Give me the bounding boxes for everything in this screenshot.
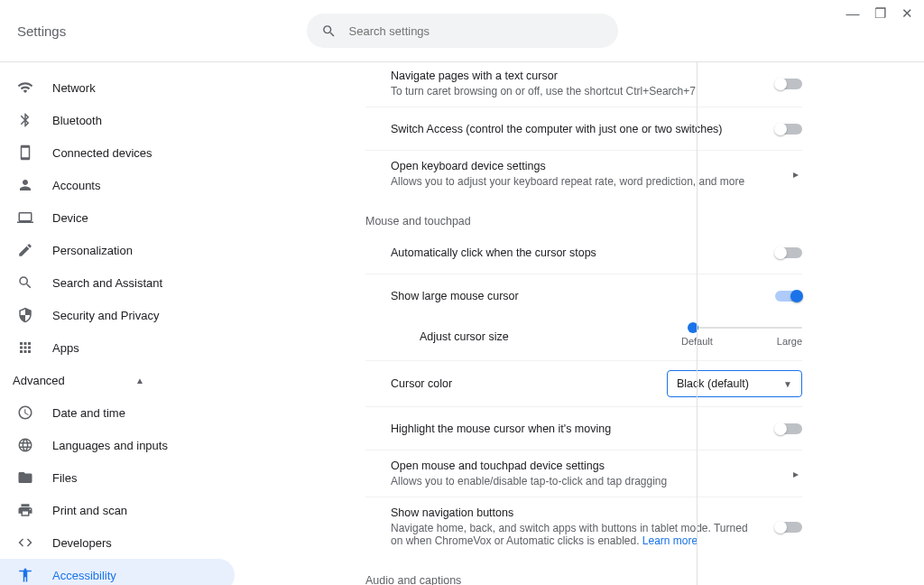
sidebar-item-label: Print and scan <box>52 504 127 517</box>
sidebar-item-print-scan[interactable]: Print and scan <box>0 494 235 526</box>
caret-browsing-toggle[interactable] <box>775 79 802 89</box>
sidebar-item-bluetooth[interactable]: Bluetooth <box>0 104 162 136</box>
setting-title: Automatically click when the cursor stop… <box>391 246 761 259</box>
sidebar-item-network[interactable]: Network <box>0 71 162 104</box>
sidebar-item-label: Network <box>52 81 96 95</box>
sidebar-item-accounts[interactable]: Accounts <box>0 169 162 201</box>
globe-icon <box>16 436 34 454</box>
window-close-button[interactable]: ✕ <box>899 5 915 22</box>
setting-title: Open mouse and touchpad device settings <box>391 460 779 472</box>
learn-more-link[interactable]: Learn more <box>642 534 698 547</box>
autoclick-toggle[interactable] <box>775 247 802 258</box>
setting-highlight-cursor: Highlight the mouse cursor when it's mov… <box>365 407 802 450</box>
setting-cursor-color: Cursor color Black (default) ▼ <box>365 361 802 407</box>
setting-switch-access: Switch Access (control the computer with… <box>365 107 802 151</box>
person-icon <box>16 176 34 194</box>
sidebar: Network Bluetooth Connected devices Acco… <box>0 62 244 585</box>
header: Settings <box>0 0 924 62</box>
apps-icon <box>16 339 34 357</box>
panel-divider <box>697 62 698 585</box>
setting-nav-buttons: Show navigation buttons Navigate home, b… <box>365 497 802 556</box>
setting-description: Navigate home, back, and switch apps wit… <box>391 522 761 547</box>
search-input[interactable] <box>349 24 604 38</box>
shield-icon <box>16 306 34 324</box>
sidebar-item-security-privacy[interactable]: Security and Privacy <box>0 299 235 331</box>
chevron-down-icon: ▼ <box>783 379 792 389</box>
sidebar-item-label: Date and time <box>52 406 125 420</box>
setting-keyboard-link[interactable]: Open keyboard device settings Allows you… <box>365 151 802 197</box>
section-audio-captions: Audio and captions <box>365 574 802 585</box>
clock-icon <box>16 404 34 422</box>
switch-access-toggle[interactable] <box>775 124 802 135</box>
setting-title: Open keyboard device settings <box>391 160 779 172</box>
setting-title: Switch Access (control the computer with… <box>391 123 761 135</box>
cursor-size-slider[interactable] <box>690 327 802 329</box>
search-icon <box>16 274 34 292</box>
setting-title: Show large mouse cursor <box>391 290 761 302</box>
sidebar-item-label: Languages and inputs <box>52 439 168 452</box>
sidebar-item-label: Search and Assistant <box>52 276 162 290</box>
sidebar-item-label: Developers <box>52 536 112 550</box>
sidebar-item-label: Accessibility <box>52 569 116 582</box>
laptop-icon <box>16 209 34 227</box>
section-mouse-touchpad: Mouse and touchpad <box>365 215 802 228</box>
sidebar-item-developers[interactable]: Developers <box>0 526 235 559</box>
sidebar-item-languages[interactable]: Languages and inputs <box>0 429 235 461</box>
printer-icon <box>16 501 34 519</box>
sidebar-item-label: Files <box>52 471 77 485</box>
sidebar-item-search-assistant[interactable]: Search and Assistant <box>0 266 235 299</box>
sidebar-item-connected-devices[interactable]: Connected devices <box>0 136 235 169</box>
phone-icon <box>16 144 34 162</box>
wifi-icon <box>16 79 34 97</box>
setting-title: Navigate pages with a text cursor <box>391 70 761 82</box>
setting-title: Show navigation buttons <box>391 506 761 519</box>
sidebar-item-label: Security and Privacy <box>52 309 160 322</box>
setting-autoclick: Automatically click when the cursor stop… <box>365 231 802 274</box>
sidebar-item-label: Bluetooth <box>52 114 102 127</box>
window-restore-button[interactable]: ❐ <box>872 5 888 22</box>
chevron-up-icon: ▲ <box>135 376 144 385</box>
dropdown-value: Black (default) <box>677 377 749 390</box>
search-field[interactable] <box>307 14 618 48</box>
sidebar-item-files[interactable]: Files <box>0 461 162 494</box>
large-cursor-toggle[interactable] <box>775 291 802 302</box>
window-minimize-button[interactable]: — <box>845 5 861 22</box>
sidebar-item-personalization[interactable]: Personalization <box>0 234 235 266</box>
code-icon <box>16 534 34 552</box>
chevron-right-icon: ▸ <box>793 168 802 181</box>
cursor-color-dropdown[interactable]: Black (default) ▼ <box>667 370 802 397</box>
setting-description: Allows you to adjust your keyboard repea… <box>391 175 779 188</box>
setting-mouse-link[interactable]: Open mouse and touchpad device settings … <box>365 450 802 497</box>
sidebar-item-label: Device <box>52 211 88 225</box>
sidebar-item-label: Personalization <box>52 244 133 257</box>
pencil-icon <box>16 241 34 259</box>
page-title: Settings <box>17 23 66 39</box>
folder-icon <box>16 469 34 487</box>
sidebar-item-label: Accounts <box>52 179 100 192</box>
accessibility-icon <box>16 566 34 584</box>
sidebar-item-date-time[interactable]: Date and time <box>0 396 235 429</box>
sidebar-item-apps[interactable]: Apps <box>0 331 162 364</box>
bluetooth-icon <box>16 111 34 129</box>
nav-buttons-toggle[interactable] <box>775 522 802 533</box>
setting-caret-browsing: Navigate pages with a text cursor To tur… <box>365 62 802 107</box>
setting-description: Allows you to enable/disable tap-to-clic… <box>391 475 779 488</box>
setting-description: To turn caret browsing on or off, use th… <box>391 85 761 98</box>
sidebar-item-accessibility[interactable]: Accessibility <box>0 559 235 585</box>
setting-title: Cursor color <box>391 377 652 390</box>
search-icon <box>321 23 337 39</box>
settings-content: Navigate pages with a text cursor To tur… <box>244 62 924 585</box>
highlight-cursor-toggle[interactable] <box>775 423 802 434</box>
sidebar-item-device[interactable]: Device <box>0 201 162 234</box>
sidebar-item-label: Apps <box>52 341 79 355</box>
sidebar-advanced-toggle[interactable]: Advanced ▲ <box>0 364 244 396</box>
setting-title: Highlight the mouse cursor when it's mov… <box>391 422 761 435</box>
sidebar-item-label: Connected devices <box>52 146 152 160</box>
setting-large-cursor: Show large mouse cursor <box>365 274 802 318</box>
sidebar-advanced-label: Advanced <box>13 374 65 387</box>
setting-title: Adjust cursor size <box>420 330 666 343</box>
setting-cursor-size: Adjust cursor size Default Large <box>365 318 802 361</box>
slider-max-label: Large <box>777 336 802 347</box>
chevron-right-icon: ▸ <box>793 468 802 480</box>
